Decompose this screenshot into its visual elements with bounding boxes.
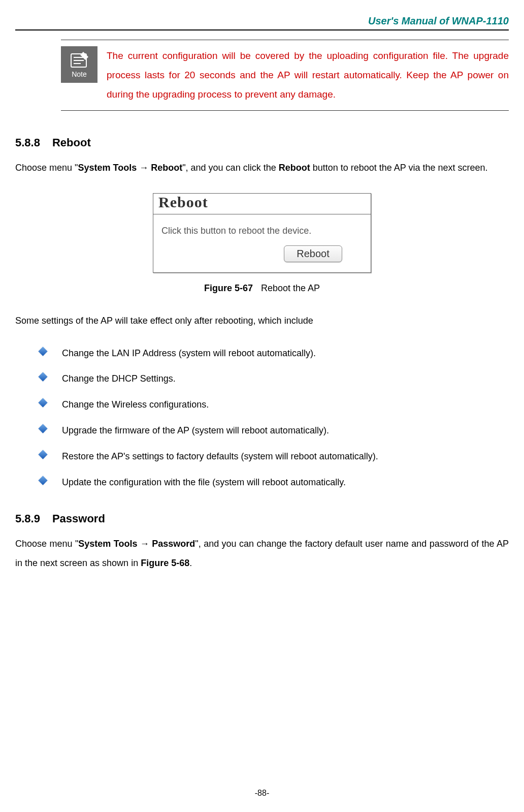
- reboot-dialog-body: Click this button to reboot the device. …: [153, 214, 371, 272]
- reboot-dialog-text: Click this button to reboot the device.: [161, 226, 363, 236]
- section-heading-password: 5.8.9Password: [15, 512, 509, 525]
- section-title: Reboot: [52, 136, 91, 149]
- page-number: -88-: [0, 789, 524, 798]
- note-icon-label: Note: [72, 70, 87, 78]
- section-number: 5.8.9: [15, 512, 40, 525]
- page-header: User's Manual of WNAP-1110: [15, 15, 509, 30]
- reboot-dialog-title: Reboot: [153, 194, 371, 214]
- manual-title: User's Manual of WNAP-1110: [368, 15, 509, 26]
- figure-reboot: Reboot Click this button to reboot the d…: [15, 193, 509, 294]
- figure-label: Figure 5-67: [204, 283, 253, 293]
- list-item: Update the configuration with the file (…: [36, 475, 509, 490]
- list-item: Change the LAN IP Address (system will r…: [36, 346, 509, 361]
- effects-list: Change the LAN IP Address (system will r…: [36, 346, 509, 490]
- password-intro: Choose menu "System Tools → Password", a…: [15, 535, 509, 573]
- section-title: Password: [52, 512, 105, 525]
- note-icon: Note: [61, 46, 97, 83]
- note-block: Note The current configuration will be c…: [61, 40, 509, 111]
- note-text: The current configuration will be covere…: [107, 46, 509, 104]
- effects-intro: Some settings of the AP will take effect…: [15, 311, 509, 331]
- list-item: Change the DHCP Settings.: [36, 371, 509, 386]
- list-item: Restore the AP's settings to factory def…: [36, 449, 509, 464]
- section-number: 5.8.8: [15, 136, 40, 149]
- list-item: Upgrade the firmware of the AP (system w…: [36, 423, 509, 438]
- section-heading-reboot: 5.8.8Reboot: [15, 136, 509, 149]
- section-reboot: 5.8.8Reboot Choose menu "System Tools → …: [15, 136, 509, 489]
- section-password: 5.8.9Password Choose menu "System Tools …: [15, 512, 509, 573]
- figure-text: Reboot the AP: [261, 283, 320, 293]
- reboot-button[interactable]: Reboot: [284, 245, 342, 262]
- reboot-intro: Choose menu "System Tools → Reboot", and…: [15, 159, 509, 178]
- figure-caption: Figure 5-67Reboot the AP: [204, 283, 320, 294]
- list-item: Change the Wireless configurations.: [36, 397, 509, 412]
- reboot-dialog: Reboot Click this button to reboot the d…: [153, 193, 371, 273]
